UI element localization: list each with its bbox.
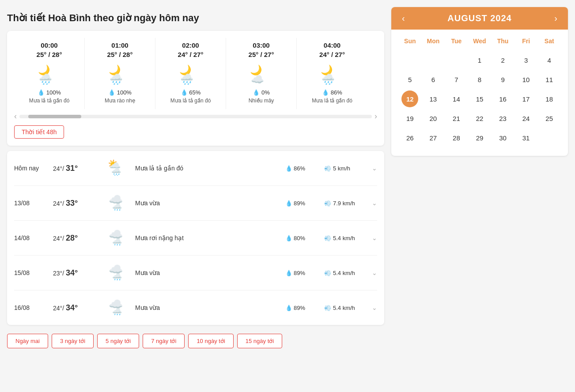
hourly-icon: 🌙 ☁️ [249,61,274,87]
calendar-day[interactable]: 6 [425,71,442,88]
forecast-row: Hôm nay 24°/ 31° ⛅ 🌧️ Mưa lả tả gần đó 💧… [14,151,377,186]
hourly-item: 01:00 25° / 28° 🌙 🌧️ 💧 100% Mưa rào nhẹ [85,38,155,109]
forecast-wind: 💨 7.9 km/h [324,200,368,207]
bottom-filter-button[interactable]: 10 ngày tới [188,334,233,348]
bottom-filter-button[interactable]: 3 ngày tới [52,334,94,348]
wind-icon: 💨 [324,305,331,311]
calendar-day[interactable]: 20 [425,110,442,127]
calendar-day[interactable]: 1 [471,52,488,68]
forecast-icon: ☁️ 🌧️ [105,262,132,284]
drop-icon: 💧 [285,165,292,172]
calendar-day[interactable]: 13 [425,90,442,107]
drop-icon: 💧 [108,89,115,96]
hourly-desc: Mưa lả tả gần đó [29,98,70,104]
forecast-desc: Mưa rơi nặng hạt [135,234,282,241]
calendar-day[interactable]: 28 [448,129,465,146]
svg-text:🌧️: 🌧️ [39,73,52,85]
hourly-item: 03:00 25° / 27° 🌙 ☁️ 💧 0% Nhiều mây [226,38,297,109]
hourly-icon: 🌙 🌧️ [178,61,203,87]
hourly-item: 02:00 24° / 27° 🌙 🌧️ 💧 65% Mưa lả tả gần… [155,38,226,109]
calendar-day[interactable]: 7 [448,71,465,88]
calendar-day[interactable]: 5 [401,71,418,88]
hourly-icon: 🌙 🌧️ [37,61,62,87]
drop-icon: 💧 [181,89,188,96]
btn-48h[interactable]: Thời tiết 48h [14,125,64,139]
calendar-day[interactable]: 24 [518,110,534,127]
hourly-temp: 24° / 27° [178,51,204,58]
left-panel: Thời tiết Hoà Bình theo giờ ngày hôm nay… [7,7,384,385]
hourly-humidity: 💧 86% [322,89,342,96]
forecast-date: 13/08 [14,200,49,207]
calendar-empty-cell [401,52,418,68]
forecast-wind: 💨 5.4 km/h [324,270,368,276]
weekday-label: Thu [491,35,514,47]
scrollbar-track[interactable] [19,115,372,118]
calendar-day[interactable]: 19 [401,110,418,127]
calendar-day[interactable]: 17 [518,90,534,107]
svg-text:🌧️: 🌧️ [180,73,193,85]
scroll-right-arrow[interactable]: › [375,112,377,121]
calendar-today[interactable]: 12 [401,90,418,107]
calendar-day[interactable]: 3 [518,52,534,68]
calendar-day[interactable]: 26 [401,129,418,146]
weekday-label: Tue [445,35,468,47]
forecast-temp: 24°/ 34° [53,303,102,313]
hourly-humidity: 💧 65% [181,89,201,96]
forecast-expand-icon[interactable]: ⌄ [372,234,377,241]
hourly-time: 04:00 [324,41,340,49]
calendar-day[interactable]: 21 [448,110,465,127]
calendar-day[interactable]: 10 [518,71,534,88]
forecast-expand-icon[interactable]: ⌄ [372,304,377,311]
hourly-time: 03:00 [253,41,269,49]
hourly-temp: 24° / 27° [319,51,345,58]
calendar-day[interactable]: 9 [495,71,511,88]
calendar-day[interactable]: 15 [471,90,488,107]
hourly-time: 01:00 [111,41,128,49]
calendar-prev-button[interactable]: ‹ [399,13,408,23]
wind-icon: 💨 [324,200,331,207]
calendar-day[interactable]: 8 [471,71,488,88]
bottom-filter-button[interactable]: Ngày mai [7,334,48,348]
drop-icon: 💧 [285,270,292,276]
calendar-day[interactable]: 2 [495,52,511,68]
hourly-desc: Mưa lả tả gần đó [312,98,352,104]
bottom-filter-button[interactable]: 15 ngày tới [237,334,282,348]
calendar-day[interactable]: 23 [495,110,511,127]
calendar-day[interactable]: 16 [495,90,511,107]
forecast-wind: 💨 5.4 km/h [324,235,368,241]
calendar-day[interactable]: 25 [541,110,558,127]
svg-text:🌧️: 🌧️ [112,308,122,315]
hourly-card: 00:00 25° / 28° 🌙 🌧️ 💧 100% Mưa lả tả gầ… [7,31,384,146]
forecast-icon: ☁️ 🌧️ [105,297,132,319]
calendar-day[interactable]: 22 [471,110,488,127]
hourly-temp: 25° / 28° [37,51,62,58]
calendar-day[interactable]: 11 [541,71,558,88]
drop-icon: 💧 [322,89,329,96]
calendar-next-button[interactable]: › [552,13,560,23]
drop-icon: 💧 [38,89,45,96]
calendar-day[interactable]: 30 [495,129,511,146]
calendar-day[interactable]: 18 [541,90,558,107]
calendar-day[interactable]: 27 [425,129,442,146]
weekday-label: Sat [537,35,561,47]
calendar-day[interactable]: 29 [471,129,488,146]
calendar-day[interactable]: 31 [518,129,534,146]
calendar-day[interactable]: 14 [448,90,465,107]
weekday-label: Wed [468,35,492,47]
calendar-grid: 1234567891011121314151617181920212223242… [398,51,561,147]
forecast-expand-icon[interactable]: ⌄ [372,165,377,172]
drop-icon: 💧 [253,89,260,96]
hourly-desc: Mưa lả tả gần đó [170,98,211,104]
hourly-desc: Mưa rào nhẹ [105,98,135,104]
scroll-left-arrow[interactable]: ‹ [14,112,17,121]
weekday-label: Sun [398,35,422,47]
wind-icon: 💨 [324,270,331,276]
forecast-expand-icon[interactable]: ⌄ [372,200,377,207]
hourly-desc: Nhiều mây [249,98,274,104]
forecast-temp: 24°/ 28° [53,234,102,243]
bottom-filter-button[interactable]: 5 ngày tới [97,334,139,348]
forecast-expand-icon[interactable]: ⌄ [372,269,377,276]
calendar-header: ‹ AUGUST 2024 › [391,7,568,30]
calendar-day[interactable]: 4 [541,52,558,68]
bottom-filter-button[interactable]: 7 ngày tới [143,334,185,348]
